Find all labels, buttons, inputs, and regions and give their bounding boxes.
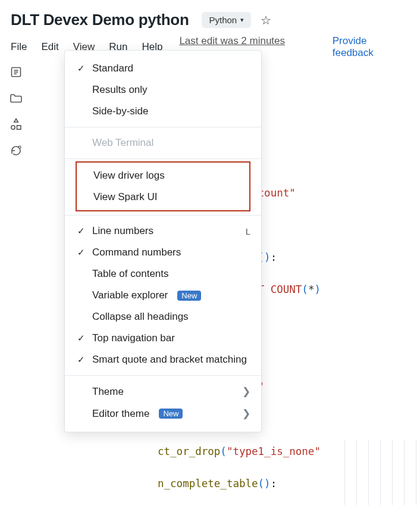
- view-line-numbers[interactable]: ✓ Line numbers L: [65, 220, 261, 242]
- view-spark-ui[interactable]: View Spark UI: [77, 186, 249, 208]
- outline-icon[interactable]: [10, 66, 23, 79]
- folder-icon[interactable]: [10, 92, 23, 105]
- check-icon: ✓: [76, 333, 86, 344]
- check-icon: ✓: [76, 354, 86, 365]
- page-title: DLT Devex Demo python: [11, 11, 189, 29]
- view-driver-logs[interactable]: View driver logs: [77, 165, 249, 186]
- new-badge: New: [159, 409, 183, 419]
- svg-point-4: [11, 126, 15, 129]
- chevron-right-icon: ❯: [242, 385, 250, 398]
- view-standard[interactable]: ✓ Standard: [65, 58, 261, 79]
- svg-rect-5: [17, 126, 21, 129]
- view-top-nav-bar[interactable]: ✓ Top navigation bar: [65, 328, 261, 349]
- view-editor-theme[interactable]: ✓ Editor theme New ❯: [65, 403, 261, 425]
- language-selector[interactable]: Python ▾: [202, 12, 251, 28]
- shortcut-hint: L: [246, 226, 250, 236]
- view-side-by-side[interactable]: ✓ Side-by-side: [65, 101, 261, 122]
- view-table-of-contents[interactable]: ✓ Table of contents: [65, 263, 261, 285]
- check-icon: ✓: [76, 247, 86, 258]
- view-web-terminal: ✓ Web Terminal: [65, 132, 261, 154]
- menu-edit[interactable]: Edit: [41, 41, 58, 53]
- view-smart-quote[interactable]: ✓ Smart quote and bracket matching: [65, 349, 261, 370]
- check-icon: ✓: [76, 63, 86, 74]
- star-icon[interactable]: ☆: [261, 13, 271, 27]
- highlighted-menu-group: View driver logs View Spark UI: [76, 161, 250, 211]
- new-badge: New: [177, 291, 201, 301]
- language-label: Python: [209, 15, 237, 25]
- shapes-icon[interactable]: [10, 118, 23, 131]
- view-theme[interactable]: ✓ Theme ❯: [65, 381, 261, 403]
- chevron-right-icon: ❯: [242, 407, 250, 420]
- view-collapse-headings[interactable]: ✓ Collapse all headings: [65, 306, 261, 328]
- view-dropdown: ✓ Standard ✓ Results only ✓ Side-by-side…: [64, 50, 262, 432]
- chevron-down-icon: ▾: [240, 16, 244, 24]
- view-results-only[interactable]: ✓ Results only: [65, 79, 261, 101]
- view-command-numbers[interactable]: ✓ Command numbers: [65, 242, 261, 263]
- provide-feedback-link[interactable]: Provide feedback: [333, 35, 409, 59]
- menu-file[interactable]: File: [11, 41, 27, 53]
- check-icon: ✓: [76, 226, 86, 236]
- view-variable-explorer[interactable]: ✓ Variable explorer New: [65, 285, 261, 306]
- refresh-icon[interactable]: [10, 144, 23, 157]
- left-rail: [0, 61, 32, 157]
